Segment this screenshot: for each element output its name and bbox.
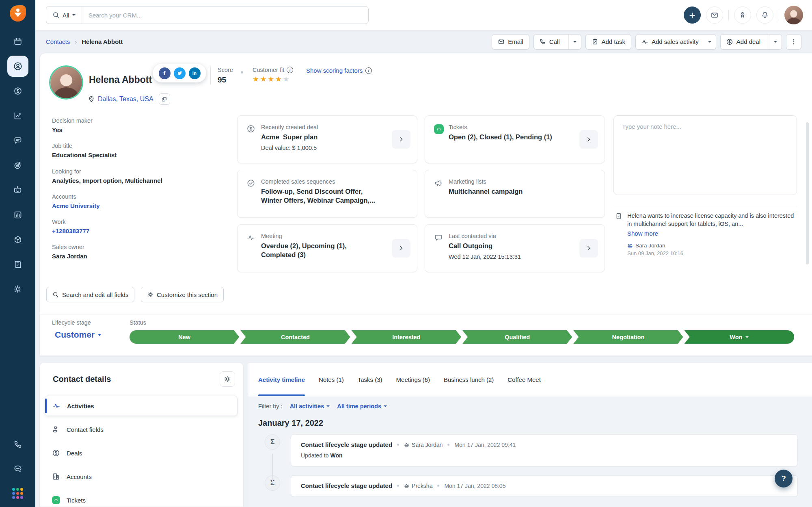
add-sales-activity-button[interactable]: Add sales activity (635, 34, 716, 50)
kebab-menu-icon (790, 38, 797, 46)
freshworks-logo-icon[interactable] (10, 5, 26, 22)
fields-icon (52, 425, 60, 433)
filter-periods-dropdown[interactable]: All time periods (337, 403, 387, 410)
show-more-link[interactable]: Show more (627, 230, 795, 237)
email-button[interactable]: Email (492, 34, 529, 50)
search-input[interactable] (82, 12, 368, 19)
contact-name: Helena Abbott (89, 74, 152, 85)
breadcrumb-separator-icon: › (75, 38, 77, 45)
sidebar-item-chat[interactable] (5, 457, 30, 481)
marketing-lists-card[interactable]: Marketing listsMultichannel campaign (425, 170, 605, 218)
panel-settings-button[interactable] (220, 371, 235, 387)
sales-sequences-card[interactable]: Completed sales sequencesFollow-up, Send… (237, 170, 417, 218)
help-button[interactable]: ? (775, 470, 793, 488)
chevron-right-button[interactable] (392, 239, 410, 258)
sidebar-item-products[interactable] (5, 227, 30, 252)
email-inbox-button[interactable] (706, 6, 723, 24)
last-contacted-card[interactable]: Last contacted viaCall OutgoingWed 12 Ja… (425, 224, 605, 272)
entry-title: Contact lifecycle stage updated (301, 441, 392, 448)
sidebar-item-bot[interactable] (5, 178, 30, 202)
stage-qualified[interactable]: Qualified (462, 330, 572, 344)
add-deal-button[interactable]: Add deal (720, 34, 782, 50)
add-task-button[interactable]: Add task (585, 34, 631, 50)
copy-button[interactable] (159, 93, 170, 105)
lifecycle-stage-dropdown[interactable]: Customer (55, 330, 101, 340)
sidebar-item-analytics[interactable] (5, 103, 30, 128)
details-item-tickets[interactable]: Tickets (45, 490, 238, 507)
sidebar-item-phone[interactable] (5, 432, 30, 457)
breadcrumb-contacts-link[interactable]: Contacts (46, 38, 70, 45)
timeline-entry-card[interactable]: Contact lifecycle stage updated Preksha … (291, 475, 798, 497)
facebook-icon[interactable]: f (159, 67, 171, 79)
sidebar-item-settings[interactable] (5, 277, 30, 301)
sidebar-item-reports[interactable] (5, 202, 30, 227)
details-item-accounts[interactable]: Accounts (45, 466, 238, 487)
stage-new[interactable]: New (130, 330, 239, 344)
contact-location-link[interactable]: Dallas, Texas, USA (98, 95, 153, 103)
tab-tasks[interactable]: Tasks (3) (358, 363, 382, 396)
chevron-right-button[interactable] (579, 130, 598, 149)
dot-separator (397, 444, 399, 446)
stage-negotiation[interactable]: Negotiation (573, 330, 683, 344)
gear-icon (13, 284, 22, 294)
sequence-check-icon (246, 179, 256, 217)
field-work-phone: Work+1280383777 (52, 219, 174, 235)
search-edit-fields-button[interactable]: Search and edit all fields (46, 287, 134, 302)
clipboard-check-icon (592, 38, 598, 45)
field-accounts: AccountsAcme University (52, 193, 174, 210)
account-link[interactable]: Acme University (52, 202, 174, 210)
tab-activity-timeline[interactable]: Activity timeline (258, 363, 305, 396)
timeline-entry-card[interactable]: Contact lifecycle stage updated Sara Jor… (291, 434, 798, 466)
sidebar-item-goals[interactable] (5, 153, 30, 178)
call-options-chevron[interactable] (568, 35, 581, 49)
stage-won-dropdown[interactable]: Won (685, 330, 794, 344)
recent-deal-card[interactable]: Recently created dealAcme_Super planDeal… (237, 115, 417, 163)
dot-separator (397, 485, 399, 487)
meeting-card[interactable]: MeetingOverdue (2), Upcoming (1), Comple… (237, 224, 417, 272)
whats-new-button[interactable] (734, 6, 751, 24)
sidebar-item-calendar[interactable] (5, 29, 30, 54)
field-looking-for: Looking forAnalytics, Import option, Mul… (52, 168, 174, 185)
customer-fit-label: Customer fit i (253, 67, 293, 73)
details-item-contact-fields[interactable]: Contact fields (45, 419, 238, 440)
chevron-right-button[interactable] (579, 239, 598, 258)
info-icon[interactable]: i (365, 67, 372, 74)
sidebar-item-conversations[interactable] (5, 128, 30, 153)
scrollbar[interactable] (806, 122, 809, 264)
stage-contacted[interactable]: Contacted (240, 330, 350, 344)
more-actions-button[interactable] (786, 34, 801, 50)
linkedin-icon[interactable]: in (189, 67, 201, 79)
sidebar-item-deals[interactable] (5, 78, 30, 103)
add-deal-chevron[interactable] (769, 35, 782, 49)
chevron-right-button[interactable] (392, 130, 410, 149)
global-search[interactable]: All (46, 6, 369, 24)
tab-business-lunch[interactable]: Business lunch (2) (444, 363, 494, 396)
sales-activity-chevron[interactable] (707, 35, 716, 49)
quick-add-button[interactable]: + (684, 6, 701, 24)
call-button[interactable]: Call (533, 34, 581, 50)
filter-activities-dropdown[interactable]: All activities (290, 403, 330, 410)
note-item[interactable]: Helena wants to increase license capacit… (613, 205, 797, 256)
show-scoring-factors-link[interactable]: Show scoring factors i (306, 67, 372, 74)
stage-interested[interactable]: Interested (352, 330, 461, 344)
user-avatar[interactable] (784, 6, 803, 24)
tab-notes[interactable]: Notes (1) (319, 363, 344, 396)
tickets-card[interactable]: TicketsOpen (2), Closed (1), Pending (1) (425, 115, 605, 163)
note-input[interactable] (613, 115, 797, 195)
dot-separator (437, 485, 439, 487)
details-item-activities[interactable]: Activities (45, 396, 238, 416)
tab-meetings[interactable]: Meetings (6) (396, 363, 430, 396)
work-phone-link[interactable]: +1280383777 (52, 227, 174, 235)
notifications-button[interactable] (756, 6, 773, 24)
target-icon (13, 161, 22, 170)
info-icon[interactable]: i (287, 67, 293, 73)
details-item-deals[interactable]: Deals (45, 443, 238, 463)
sidebar-item-contacts[interactable] (5, 54, 30, 78)
twitter-icon[interactable] (174, 67, 186, 79)
sidebar-item-documents[interactable] (5, 252, 30, 277)
tab-coffee-meet[interactable]: Coffee Meet (508, 363, 540, 396)
customize-section-button[interactable]: Customize this section (141, 287, 224, 302)
cube-icon (13, 235, 22, 244)
sidebar-item-apps-switcher[interactable] (5, 481, 30, 505)
search-scope-dropdown[interactable]: All (46, 6, 82, 24)
